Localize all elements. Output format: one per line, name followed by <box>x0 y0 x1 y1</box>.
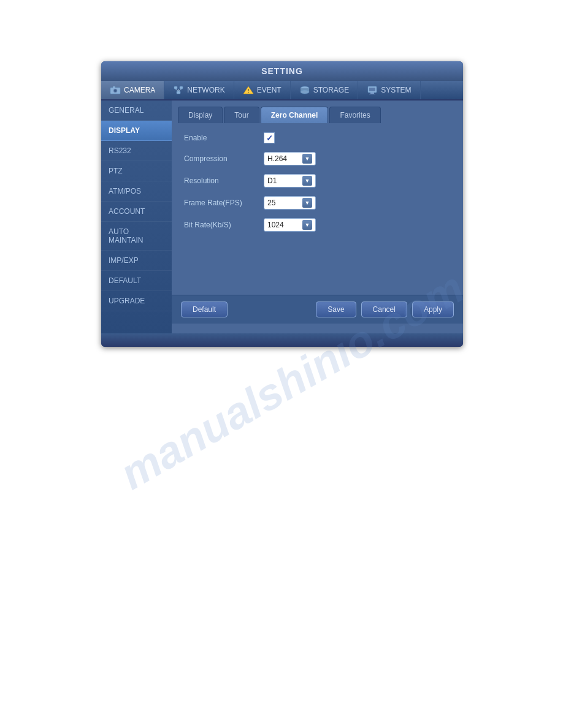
action-buttons: Save Cancel Apply <box>316 301 454 317</box>
svg-point-15 <box>301 90 309 94</box>
svg-line-8 <box>175 89 178 91</box>
apply-button[interactable]: Apply <box>412 301 454 317</box>
bitrate-value: 1024 <box>267 221 284 229</box>
sidebar-item-auto-maintain[interactable]: AUTO MAINTAIN <box>101 222 172 251</box>
storage-icon <box>299 86 310 94</box>
framerate-arrow: ▼ <box>302 198 312 208</box>
bitrate-row: Bit Rate(Kb/S) 1024 ▼ <box>184 218 451 232</box>
top-nav: CAMERA NETWORK <box>101 81 463 100</box>
svg-line-9 <box>178 89 182 91</box>
topnav-camera[interactable]: CAMERA <box>101 81 164 99</box>
sidebar-item-display[interactable]: DISPLAY <box>101 121 172 141</box>
sidebar-item-account[interactable]: ACCOUNT <box>101 202 172 222</box>
bottom-bar: Default Save Cancel Apply <box>172 295 463 324</box>
bitrate-select[interactable]: 1024 ▼ <box>264 218 316 232</box>
svg-rect-19 <box>369 94 375 94</box>
svg-rect-11 <box>248 89 248 91</box>
framerate-control: 25 ▼ <box>264 196 316 210</box>
resolution-row: Resolution D1 ▼ <box>184 174 451 188</box>
svg-rect-18 <box>370 93 374 94</box>
resolution-value: D1 <box>267 176 277 185</box>
svg-rect-12 <box>248 92 248 93</box>
topnav-network[interactable]: NETWORK <box>164 81 234 99</box>
sidebar-item-ptz[interactable]: PTZ <box>101 161 172 181</box>
compression-value: H.264 <box>267 154 287 163</box>
framerate-label: Frame Rate(FPS) <box>184 199 264 207</box>
compression-row: Compression H.264 ▼ <box>184 152 451 165</box>
system-icon <box>367 86 378 94</box>
footer-gradient <box>101 333 463 347</box>
svg-rect-3 <box>113 86 115 88</box>
subtab-favorites[interactable]: Favorites <box>329 107 380 123</box>
topnav-system[interactable]: SYSTEM <box>358 81 420 99</box>
cancel-button[interactable]: Cancel <box>361 301 407 317</box>
svg-point-2 <box>114 89 117 92</box>
content-panel: Display Tour Zero Channel Favorites Enab… <box>172 100 463 333</box>
network-icon <box>173 86 184 94</box>
settings-window: SETTING CAMERA <box>101 61 463 347</box>
camera-icon <box>110 86 121 94</box>
bitrate-control: 1024 ▼ <box>264 218 316 232</box>
main-content: GENERAL DISPLAY RS232 PTZ ATM/POS ACCOUN… <box>101 100 463 333</box>
sidebar-item-rs232[interactable]: RS232 <box>101 141 172 161</box>
window-title: SETTING <box>101 61 463 81</box>
topnav-system-label: SYSTEM <box>381 86 411 94</box>
resolution-arrow: ▼ <box>302 176 312 186</box>
topnav-network-label: NETWORK <box>187 86 224 94</box>
bitrate-label: Bit Rate(Kb/S) <box>184 221 264 229</box>
topnav-event-label: EVENT <box>257 86 282 94</box>
topnav-event[interactable]: EVENT <box>234 81 291 99</box>
enable-control <box>264 132 275 143</box>
svg-rect-17 <box>369 88 375 91</box>
enable-label: Enable <box>184 134 264 142</box>
sidebar: GENERAL DISPLAY RS232 PTZ ATM/POS ACCOUN… <box>101 100 172 333</box>
topnav-storage[interactable]: STORAGE <box>291 81 358 99</box>
subtab-tour[interactable]: Tour <box>224 107 259 123</box>
compression-label: Compression <box>184 154 264 163</box>
svg-rect-6 <box>177 91 180 94</box>
resolution-control: D1 ▼ <box>264 174 316 188</box>
framerate-value: 25 <box>267 199 275 207</box>
sidebar-item-imp-exp[interactable]: IMP/EXP <box>101 251 172 271</box>
sidebar-item-upgrade[interactable]: UPGRADE <box>101 291 172 311</box>
sidebar-item-general[interactable]: GENERAL <box>101 100 172 121</box>
enable-row: Enable <box>184 132 451 143</box>
default-button[interactable]: Default <box>181 301 228 317</box>
resolution-select[interactable]: D1 ▼ <box>264 174 316 188</box>
framerate-select[interactable]: 25 ▼ <box>264 196 316 210</box>
resolution-label: Resolution <box>184 176 264 185</box>
svg-rect-5 <box>180 86 183 89</box>
topnav-storage-label: STORAGE <box>313 86 349 94</box>
sidebar-item-atm-pos[interactable]: ATM/POS <box>101 181 172 202</box>
bitrate-arrow: ▼ <box>302 220 312 230</box>
framerate-row: Frame Rate(FPS) 25 ▼ <box>184 196 451 210</box>
compression-arrow: ▼ <box>302 154 312 164</box>
enable-checkbox[interactable] <box>264 132 275 143</box>
compression-select[interactable]: H.264 ▼ <box>264 152 316 165</box>
svg-rect-4 <box>174 86 177 89</box>
compression-control: H.264 ▼ <box>264 152 316 165</box>
form-area: Enable Compression H.264 ▼ <box>172 123 463 295</box>
subtab-zero-channel[interactable]: Zero Channel <box>261 107 329 123</box>
event-icon <box>243 86 254 94</box>
sub-tabs: Display Tour Zero Channel Favorites <box>172 100 463 123</box>
save-button[interactable]: Save <box>316 301 356 317</box>
sidebar-item-default[interactable]: DEFAULT <box>101 271 172 291</box>
subtab-display[interactable]: Display <box>178 107 223 123</box>
topnav-camera-label: CAMERA <box>124 86 155 94</box>
